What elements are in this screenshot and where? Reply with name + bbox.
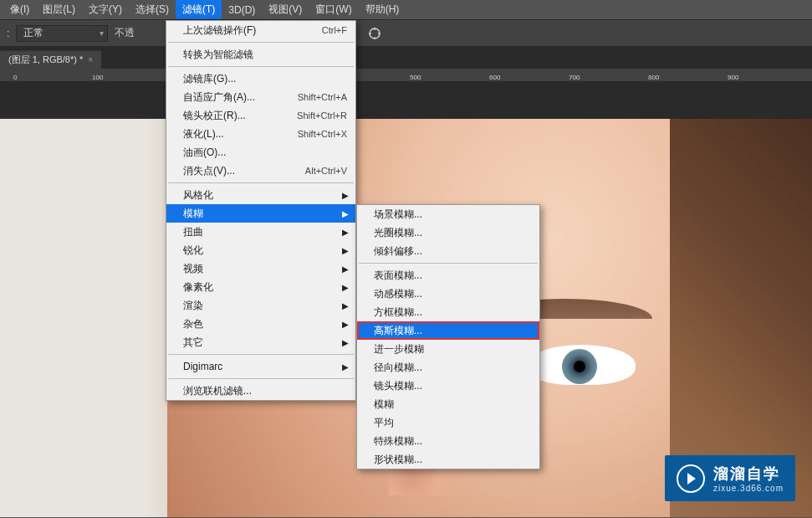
menu-average[interactable]: 平均 <box>357 413 539 432</box>
submenu-arrow-icon: ▶ <box>342 320 349 329</box>
menu-label: 光圈模糊... <box>374 226 422 240</box>
menu-label: 浏览联机滤镜... <box>183 384 252 398</box>
menu-liquify[interactable]: 液化(L)... Shift+Ctrl+X <box>166 125 355 143</box>
menu-label: 特殊模糊... <box>374 434 422 449</box>
menu-blur[interactable]: 模糊 ▶ <box>166 204 355 223</box>
menu-label: 模糊 <box>183 207 203 221</box>
menu-smart-blur[interactable]: 特殊模糊... <box>357 432 539 450</box>
ruler-tick: 100 <box>92 74 103 81</box>
tab-close-icon[interactable]: × <box>88 55 93 64</box>
watermark: 溜溜自学 zixue.3d66.com <box>665 455 795 501</box>
document-tab[interactable]: (图层 1, RGB/8*) * × <box>0 50 101 69</box>
menu-label: 倾斜偏移... <box>374 244 422 259</box>
menubar: 像(I) 图层(L) 文字(Y) 选择(S) 滤镜(T) 3D(D) 视图(V)… <box>0 0 812 20</box>
menu-3d[interactable]: 3D(D) <box>222 2 262 18</box>
menu-label: 扭曲 <box>183 225 203 239</box>
menu-label: 渲染 <box>183 299 203 313</box>
menu-image[interactable]: 像(I) <box>3 0 36 19</box>
menu-window[interactable]: 窗口(W) <box>309 0 358 19</box>
menu-filter[interactable]: 滤镜(T) <box>176 0 222 19</box>
menu-noise[interactable]: 杂色 ▶ <box>166 315 355 333</box>
menu-label: 模糊 <box>374 397 394 412</box>
ruler-tick: 600 <box>489 74 500 81</box>
menu-iris-blur[interactable]: 光圈模糊... <box>357 223 539 242</box>
menu-pixelate[interactable]: 像素化 ▶ <box>166 278 355 296</box>
menu-label: 镜头模糊... <box>374 379 422 393</box>
blur-submenu: 场景模糊... 光圈模糊... 倾斜偏移... 表面模糊... 动感模糊... … <box>356 204 540 469</box>
menu-label: 进一步模糊 <box>374 342 424 356</box>
menu-layer[interactable]: 图层(L) <box>36 0 82 19</box>
menu-adaptive-wide-angle[interactable]: 自适应广角(A)... Shift+Ctrl+A <box>166 88 355 106</box>
menu-stylize[interactable]: 风格化 ▶ <box>166 186 355 204</box>
submenu-arrow-icon: ▶ <box>342 283 349 292</box>
menu-select[interactable]: 选择(S) <box>129 0 176 19</box>
menu-label: 高斯模糊... <box>374 324 422 338</box>
menu-box-blur[interactable]: 方框模糊... <box>357 303 539 321</box>
menu-text[interactable]: 文字(Y) <box>82 0 129 19</box>
menu-smart-filter[interactable]: 转换为智能滤镜 <box>166 45 355 64</box>
menu-separator <box>168 378 354 379</box>
menu-label: 径向模糊... <box>374 361 422 375</box>
menu-label: 镜头校正(R)... <box>183 109 246 123</box>
options-bar: : 正常 不透 <box>0 20 812 47</box>
menu-label: 形状模糊... <box>374 453 422 467</box>
ruler-tick: 900 <box>728 74 738 81</box>
watermark-title: 溜溜自学 <box>713 464 784 484</box>
menu-video[interactable]: 视频 ▶ <box>166 259 355 278</box>
menu-shortcut: Shift+Ctrl+R <box>297 110 347 121</box>
menu-label: 自适应广角(A)... <box>183 90 255 105</box>
menu-label: 表面模糊... <box>374 269 422 283</box>
menu-lens-correction[interactable]: 镜头校正(R)... Shift+Ctrl+R <box>166 106 355 125</box>
menu-label: 视频 <box>183 262 203 276</box>
submenu-arrow-icon: ▶ <box>342 301 349 310</box>
menu-tilt-shift[interactable]: 倾斜偏移... <box>357 242 539 260</box>
menu-last-filter[interactable]: 上次滤镜操作(F) Ctrl+F <box>166 21 355 39</box>
menu-render[interactable]: 渲染 ▶ <box>166 296 355 315</box>
menu-filter-gallery[interactable]: 滤镜库(G)... <box>166 69 355 88</box>
menu-browse-online[interactable]: 浏览联机滤镜... <box>166 382 355 400</box>
menu-radial-blur[interactable]: 径向模糊... <box>357 358 539 377</box>
menu-surface-blur[interactable]: 表面模糊... <box>357 266 539 285</box>
menu-view[interactable]: 视图(V) <box>262 0 309 19</box>
menu-label: 油画(O)... <box>183 146 226 160</box>
menu-label: 像素化 <box>183 280 213 295</box>
menu-field-blur[interactable]: 场景模糊... <box>357 205 539 223</box>
menu-vanishing-point[interactable]: 消失点(V)... Alt+Ctrl+V <box>166 162 355 180</box>
menu-label: 场景模糊... <box>374 208 422 222</box>
menu-shortcut: Shift+Ctrl+A <box>298 92 347 102</box>
menu-motion-blur[interactable]: 动感模糊... <box>357 285 539 303</box>
submenu-arrow-icon: ▶ <box>342 209 349 218</box>
horizontal-ruler: 0 100 200 300 400 500 600 700 800 900 <box>0 69 812 82</box>
menu-label: 方框模糊... <box>374 305 422 320</box>
submenu-arrow-icon: ▶ <box>342 191 349 200</box>
ruler-tick: 500 <box>410 74 421 81</box>
menu-other[interactable]: 其它 ▶ <box>166 333 355 351</box>
menu-shortcut: Ctrl+F <box>322 25 347 35</box>
submenu-arrow-icon: ▶ <box>342 338 349 347</box>
submenu-arrow-icon: ▶ <box>342 228 349 237</box>
target-icon[interactable] <box>367 26 382 41</box>
menu-blur-basic[interactable]: 模糊 <box>357 395 539 413</box>
menu-separator <box>168 182 354 183</box>
menu-lens-blur[interactable]: 镜头模糊... <box>357 377 539 395</box>
menu-help[interactable]: 帮助(H) <box>359 0 406 19</box>
menu-gaussian-blur[interactable]: 高斯模糊... <box>357 321 539 340</box>
menu-distort[interactable]: 扭曲 ▶ <box>166 223 355 241</box>
menu-label: 其它 <box>183 336 203 350</box>
menu-label: 滤镜库(G)... <box>183 72 236 86</box>
menu-label: 液化(L)... <box>183 127 224 141</box>
menu-sharpen[interactable]: 锐化 ▶ <box>166 241 355 259</box>
play-icon <box>677 464 705 493</box>
document-tabbar: (图层 1, RGB/8*) * × <box>0 47 812 69</box>
menu-label: 锐化 <box>183 244 203 258</box>
menu-shortcut: Alt+Ctrl+V <box>305 166 347 176</box>
menu-blur-more[interactable]: 进一步模糊 <box>357 340 539 358</box>
tab-title: (图层 1, RGB/8*) * <box>8 54 83 66</box>
menu-shape-blur[interactable]: 形状模糊... <box>357 450 539 469</box>
watermark-url: zixue.3d66.com <box>713 484 784 493</box>
blend-mode-dropdown[interactable]: 正常 <box>16 25 108 42</box>
menu-oil-paint[interactable]: 油画(O)... <box>166 143 355 162</box>
menu-digimarc[interactable]: Digimarc ▶ <box>166 357 355 376</box>
menu-separator <box>168 66 354 67</box>
menu-shortcut: Shift+Ctrl+X <box>298 129 347 139</box>
